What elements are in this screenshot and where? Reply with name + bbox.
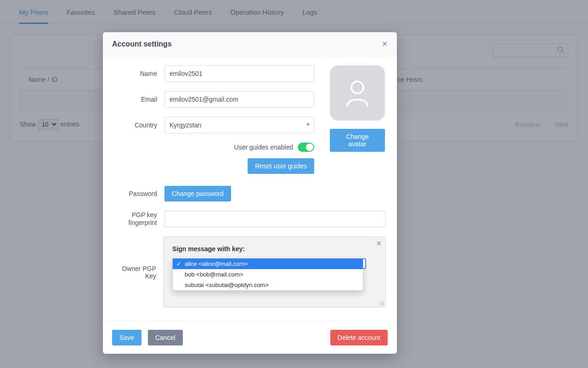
avatar-column: Change avatar: [330, 65, 385, 152]
save-button[interactable]: Save: [112, 330, 141, 345]
close-icon[interactable]: ✕: [382, 40, 388, 48]
cancel-button[interactable]: Cancel: [148, 330, 183, 345]
pgp-fingerprint-label: PGP key fingerprint: [114, 211, 164, 227]
user-guides-label: User guides enabled: [234, 144, 293, 151]
key-option-bob[interactable]: bob <bob@mail.com>: [173, 269, 363, 280]
change-password-button[interactable]: Change password: [164, 186, 231, 201]
reset-guides-button[interactable]: Reset user guides: [248, 158, 314, 174]
modal-title: Account settings: [112, 40, 172, 48]
name-field[interactable]: [164, 65, 314, 82]
owner-pgp-area[interactable]: ✕ Sign message with key: ▴▾ alice <alice…: [164, 236, 386, 307]
delete-account-button[interactable]: Delete account: [330, 330, 388, 345]
close-sign-panel-icon[interactable]: ✕: [376, 240, 382, 247]
country-select[interactable]: Kyrgyzstan: [164, 117, 314, 133]
pgp-fingerprint-field[interactable]: [164, 211, 386, 227]
name-label: Name: [114, 70, 164, 77]
avatar: [330, 65, 385, 121]
change-avatar-button[interactable]: Change avatar: [330, 129, 385, 152]
owner-pgp-label: Owner PGP Key: [114, 236, 164, 280]
user-guides-toggle[interactable]: [298, 143, 314, 152]
key-option-subutai[interactable]: subutai <subutai@optdyn.com>: [173, 280, 363, 290]
account-settings-modal: Account settings ✕ Change avatar Name Em…: [103, 32, 397, 354]
svg-point-2: [351, 81, 363, 93]
country-label: Country: [114, 121, 164, 129]
sign-message-title: Sign message with key:: [172, 245, 377, 253]
email-field[interactable]: [164, 91, 314, 108]
email-label: Email: [114, 96, 164, 103]
sign-key-dropdown: alice <alice@mail.com> bob <bob@mail.com…: [172, 258, 363, 291]
password-label: Password: [114, 190, 164, 197]
resize-grip-icon[interactable]: [379, 301, 384, 305]
key-option-alice[interactable]: alice <alice@mail.com>: [173, 259, 363, 269]
